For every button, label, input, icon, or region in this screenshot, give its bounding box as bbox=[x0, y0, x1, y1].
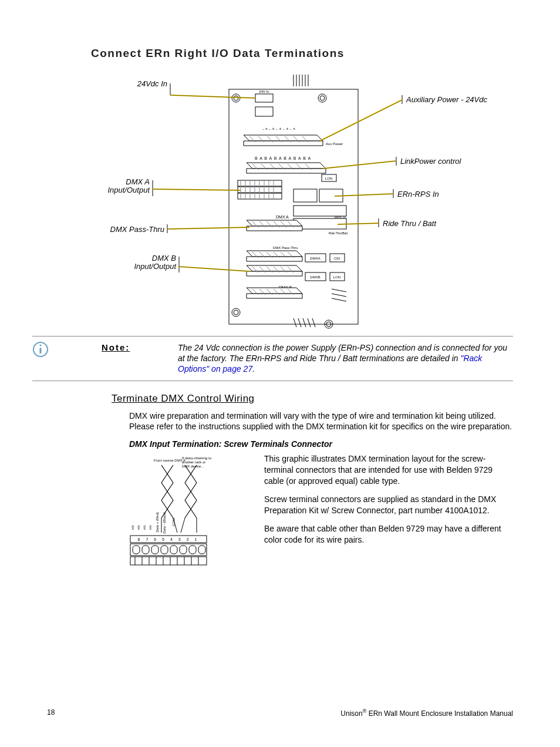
callout-dmx-pass: DMX Pass-Thru bbox=[110, 225, 164, 234]
svg-rect-121 bbox=[40, 348, 42, 354]
svg-marker-60 bbox=[247, 257, 302, 261]
label-from-source: From source DMX A bbox=[154, 459, 185, 462]
svg-rect-139 bbox=[161, 546, 168, 554]
label-nc3: n/c bbox=[143, 525, 146, 530]
sub-heading-terminate: Terminate DMX Control Wiring bbox=[112, 393, 513, 405]
dmx-para-1: This graphic illustrates DMX termination… bbox=[264, 453, 513, 487]
callout-rps-in: ERn-RPS In bbox=[397, 190, 439, 198]
callout-linkpower: LinkPower control bbox=[400, 157, 461, 166]
label-daisy: If daisy-chaining toanother rack orDMX d… bbox=[182, 456, 212, 468]
svg-marker-26 bbox=[247, 163, 326, 169]
svg-marker-82 bbox=[247, 288, 302, 294]
board-label-dmxa: DMX A bbox=[276, 215, 289, 219]
dmx-para-3: Be aware that cable other than Belden 97… bbox=[264, 523, 513, 546]
board-label-lon: LON bbox=[325, 177, 332, 180]
svg-rect-49 bbox=[294, 206, 346, 216]
svg-rect-138 bbox=[151, 546, 158, 554]
svg-rect-142 bbox=[189, 546, 196, 554]
board-label-dmxb2: DMXB bbox=[310, 275, 320, 279]
callout-dmx-a-io: DMX AInput/Output bbox=[107, 177, 150, 194]
board-label-cdi: CDI bbox=[334, 257, 340, 260]
svg-rect-136 bbox=[133, 546, 140, 554]
svg-rect-143 bbox=[198, 546, 205, 554]
svg-marker-69 bbox=[247, 265, 302, 271]
note-text: The 24 Vdc connection is the power Suppl… bbox=[178, 342, 513, 375]
svg-marker-83 bbox=[247, 294, 302, 298]
label-nc2: n/c bbox=[137, 525, 140, 530]
svg-marker-59 bbox=[247, 251, 302, 257]
label-nc1: n/c bbox=[131, 525, 134, 530]
svg-rect-15 bbox=[255, 94, 273, 102]
board-label-bababa: B A B A B A B A B A B A bbox=[255, 156, 311, 160]
label-com: COM bbox=[172, 518, 176, 526]
svg-marker-27 bbox=[247, 169, 326, 173]
note-block: Note: The 24 Vdc connection is the power… bbox=[32, 336, 513, 381]
callout-dmx-b-io: DMX BInput/Output bbox=[134, 254, 177, 271]
dmx-screw-heading: DMX Input Termination: Screw Terminals C… bbox=[129, 439, 513, 449]
note-label: Note: bbox=[102, 342, 166, 352]
board-label-ride: Ride Thru/Batt bbox=[329, 231, 348, 235]
svg-rect-16 bbox=[255, 107, 273, 116]
board-label-lon2: LON bbox=[333, 275, 340, 279]
callout-ride-thru: Ride Thru / Batt bbox=[383, 219, 437, 228]
svg-marker-70 bbox=[247, 271, 302, 276]
svg-marker-18 bbox=[244, 141, 323, 146]
footer-title: Unison® ERn Wall Mount Enclosure Install… bbox=[340, 708, 513, 718]
page-footer: 18 Unison® ERn Wall Mount Enclosure Inst… bbox=[47, 708, 513, 718]
board-label-aux: Aux Power bbox=[326, 142, 343, 146]
board-label-pass: DMX Pass-Thru bbox=[273, 246, 298, 250]
dmx-para-2: Screw terminal connectors are supplied a… bbox=[264, 494, 513, 516]
io-board-diagram: 24V In - + - + - + - + - + Aux Power bbox=[47, 66, 517, 330]
label-nc4: n/c bbox=[149, 525, 152, 530]
svg-rect-47 bbox=[294, 189, 317, 202]
label-data-minus: Data - (Black) bbox=[163, 512, 166, 534]
section-title: Connect ERn Right I/O Data Terminations bbox=[91, 47, 513, 60]
svg-rect-140 bbox=[170, 546, 177, 554]
svg-rect-141 bbox=[180, 546, 187, 554]
dmx-terminal-graphic: From source DMX A If daisy-chaining toan… bbox=[129, 453, 247, 573]
svg-point-120 bbox=[40, 345, 42, 346]
svg-marker-17 bbox=[244, 135, 323, 141]
terminal-numbers: 8 7 6 5 4 3 2 1 bbox=[138, 537, 200, 541]
board-label-24vin: 24V In bbox=[259, 90, 269, 93]
polarity-row: - + - + - + - + - + bbox=[262, 126, 296, 132]
callout-aux-power: Auxiliary Power - 24Vdc bbox=[406, 95, 487, 104]
svg-marker-52 bbox=[247, 226, 302, 231]
svg-rect-137 bbox=[142, 546, 149, 554]
board-label-rps: RPS In bbox=[335, 216, 346, 219]
label-data-plus: Data + (Red) bbox=[156, 512, 159, 533]
page-number: 18 bbox=[47, 708, 55, 718]
paragraph-dmx-intro: DMX wire preparation and termination wil… bbox=[129, 410, 513, 433]
board-label-dmxa2: DMXA bbox=[310, 257, 320, 260]
callout-24vdc-in: 24Vdc In bbox=[137, 79, 167, 88]
svg-marker-51 bbox=[247, 220, 302, 226]
info-icon bbox=[32, 341, 49, 360]
